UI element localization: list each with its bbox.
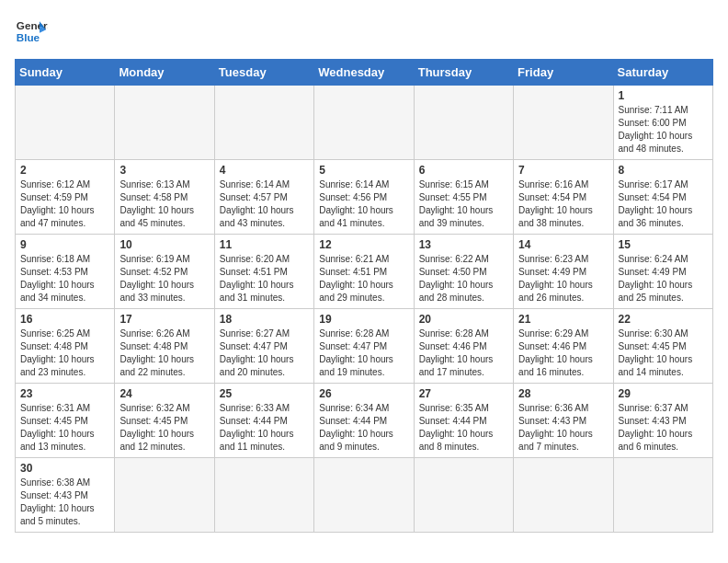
logo-icon: General Blue — [15, 15, 48, 48]
logo: General Blue — [15, 15, 48, 48]
day-number: 28 — [518, 387, 608, 400]
day-info: Sunrise: 6:35 AM Sunset: 4:44 PM Dayligh… — [419, 402, 508, 454]
day-number: 10 — [119, 238, 209, 251]
week-row-1: 2Sunrise: 6:12 AM Sunset: 4:59 PM Daylig… — [16, 160, 713, 235]
day-info: Sunrise: 6:13 AM Sunset: 4:58 PM Dayligh… — [119, 178, 209, 230]
calendar-cell: 28Sunrise: 6:36 AM Sunset: 4:43 PM Dayli… — [514, 384, 613, 458]
day-number: 27 — [419, 387, 508, 400]
weekday-header-saturday: Saturday — [613, 60, 712, 86]
day-info: Sunrise: 6:17 AM Sunset: 4:54 PM Dayligh… — [619, 178, 708, 230]
day-number: 9 — [20, 238, 109, 251]
calendar-cell — [115, 458, 214, 533]
day-info: Sunrise: 6:37 AM Sunset: 4:43 PM Dayligh… — [619, 402, 708, 454]
calendar-cell: 15Sunrise: 6:24 AM Sunset: 4:49 PM Dayli… — [613, 235, 712, 309]
day-info: Sunrise: 6:34 AM Sunset: 4:44 PM Dayligh… — [319, 402, 408, 454]
day-info: Sunrise: 6:23 AM Sunset: 4:49 PM Dayligh… — [518, 253, 608, 304]
calendar-cell: 20Sunrise: 6:28 AM Sunset: 4:46 PM Dayli… — [414, 309, 513, 384]
day-info: Sunrise: 6:22 AM Sunset: 4:50 PM Dayligh… — [419, 253, 508, 304]
week-row-3: 16Sunrise: 6:25 AM Sunset: 4:48 PM Dayli… — [16, 309, 713, 384]
day-info: Sunrise: 6:14 AM Sunset: 4:56 PM Dayligh… — [319, 178, 408, 230]
header: General Blue — [15, 15, 713, 48]
calendar: SundayMondayTuesdayWednesdayThursdayFrid… — [15, 59, 713, 533]
calendar-cell — [314, 458, 414, 533]
calendar-cell: 9Sunrise: 6:18 AM Sunset: 4:53 PM Daylig… — [16, 235, 115, 309]
day-number: 11 — [220, 238, 309, 251]
day-number: 21 — [518, 313, 608, 326]
calendar-cell: 27Sunrise: 6:35 AM Sunset: 4:44 PM Dayli… — [414, 384, 513, 458]
day-info: Sunrise: 6:26 AM Sunset: 4:48 PM Dayligh… — [119, 327, 209, 379]
day-info: Sunrise: 6:32 AM Sunset: 4:45 PM Dayligh… — [119, 402, 209, 454]
day-number: 12 — [319, 238, 408, 251]
calendar-cell: 7Sunrise: 6:16 AM Sunset: 4:54 PM Daylig… — [514, 160, 613, 235]
day-number: 17 — [119, 313, 209, 326]
day-info: Sunrise: 6:25 AM Sunset: 4:48 PM Dayligh… — [20, 327, 109, 379]
day-info: Sunrise: 6:15 AM Sunset: 4:55 PM Dayligh… — [419, 178, 508, 230]
calendar-cell: 21Sunrise: 6:29 AM Sunset: 4:46 PM Dayli… — [514, 309, 613, 384]
day-number: 1 — [619, 89, 708, 102]
day-number: 14 — [518, 238, 608, 251]
calendar-cell: 2Sunrise: 6:12 AM Sunset: 4:59 PM Daylig… — [16, 160, 115, 235]
week-row-0: 1Sunrise: 7:11 AM Sunset: 6:00 PM Daylig… — [16, 86, 713, 160]
calendar-cell: 23Sunrise: 6:31 AM Sunset: 4:45 PM Dayli… — [16, 384, 115, 458]
day-number: 19 — [319, 313, 408, 326]
day-info: Sunrise: 6:29 AM Sunset: 4:46 PM Dayligh… — [518, 327, 608, 379]
calendar-cell: 11Sunrise: 6:20 AM Sunset: 4:51 PM Dayli… — [214, 235, 313, 309]
calendar-cell: 8Sunrise: 6:17 AM Sunset: 4:54 PM Daylig… — [613, 160, 712, 235]
day-number: 4 — [220, 164, 309, 177]
day-info: Sunrise: 6:28 AM Sunset: 4:47 PM Dayligh… — [319, 327, 408, 379]
day-number: 18 — [220, 313, 309, 326]
calendar-cell: 29Sunrise: 6:37 AM Sunset: 4:43 PM Dayli… — [613, 384, 712, 458]
calendar-cell — [115, 86, 214, 160]
day-info: Sunrise: 6:36 AM Sunset: 4:43 PM Dayligh… — [518, 402, 608, 454]
day-number: 22 — [619, 313, 708, 326]
day-number: 7 — [518, 164, 608, 177]
calendar-cell: 18Sunrise: 6:27 AM Sunset: 4:47 PM Dayli… — [214, 309, 313, 384]
day-info: Sunrise: 7:11 AM Sunset: 6:00 PM Dayligh… — [619, 104, 708, 155]
calendar-cell: 26Sunrise: 6:34 AM Sunset: 4:44 PM Dayli… — [314, 384, 414, 458]
day-info: Sunrise: 6:33 AM Sunset: 4:44 PM Dayligh… — [220, 402, 309, 454]
calendar-cell — [314, 86, 414, 160]
calendar-cell — [613, 458, 712, 533]
calendar-cell — [214, 458, 313, 533]
day-number: 29 — [619, 387, 708, 400]
calendar-cell: 24Sunrise: 6:32 AM Sunset: 4:45 PM Dayli… — [115, 384, 214, 458]
calendar-cell: 12Sunrise: 6:21 AM Sunset: 4:51 PM Dayli… — [314, 235, 414, 309]
weekday-header-row: SundayMondayTuesdayWednesdayThursdayFrid… — [16, 60, 713, 86]
day-number: 8 — [619, 164, 708, 177]
calendar-cell: 19Sunrise: 6:28 AM Sunset: 4:47 PM Dayli… — [314, 309, 414, 384]
day-number: 15 — [619, 238, 708, 251]
day-info: Sunrise: 6:14 AM Sunset: 4:57 PM Dayligh… — [220, 178, 309, 230]
weekday-header-monday: Monday — [115, 60, 214, 86]
calendar-cell: 5Sunrise: 6:14 AM Sunset: 4:56 PM Daylig… — [314, 160, 414, 235]
calendar-cell — [16, 86, 115, 160]
day-number: 5 — [319, 164, 408, 177]
weekday-header-tuesday: Tuesday — [214, 60, 313, 86]
calendar-cell — [214, 86, 313, 160]
week-row-5: 30Sunrise: 6:38 AM Sunset: 4:43 PM Dayli… — [16, 458, 713, 533]
calendar-cell: 30Sunrise: 6:38 AM Sunset: 4:43 PM Dayli… — [16, 458, 115, 533]
weekday-header-wednesday: Wednesday — [314, 60, 414, 86]
day-info: Sunrise: 6:12 AM Sunset: 4:59 PM Dayligh… — [20, 178, 109, 230]
calendar-cell: 6Sunrise: 6:15 AM Sunset: 4:55 PM Daylig… — [414, 160, 513, 235]
calendar-cell: 3Sunrise: 6:13 AM Sunset: 4:58 PM Daylig… — [115, 160, 214, 235]
calendar-cell: 10Sunrise: 6:19 AM Sunset: 4:52 PM Dayli… — [115, 235, 214, 309]
weekday-header-sunday: Sunday — [16, 60, 115, 86]
day-info: Sunrise: 6:18 AM Sunset: 4:53 PM Dayligh… — [20, 253, 109, 304]
day-number: 30 — [20, 462, 109, 475]
day-number: 26 — [319, 387, 408, 400]
day-info: Sunrise: 6:30 AM Sunset: 4:45 PM Dayligh… — [619, 327, 708, 379]
calendar-cell: 1Sunrise: 7:11 AM Sunset: 6:00 PM Daylig… — [613, 86, 712, 160]
svg-text:Blue: Blue — [17, 31, 40, 43]
day-number: 6 — [419, 164, 508, 177]
calendar-cell: 14Sunrise: 6:23 AM Sunset: 4:49 PM Dayli… — [514, 235, 613, 309]
day-info: Sunrise: 6:24 AM Sunset: 4:49 PM Dayligh… — [619, 253, 708, 304]
week-row-4: 23Sunrise: 6:31 AM Sunset: 4:45 PM Dayli… — [16, 384, 713, 458]
day-number: 25 — [220, 387, 309, 400]
day-number: 3 — [119, 164, 209, 177]
calendar-cell: 22Sunrise: 6:30 AM Sunset: 4:45 PM Dayli… — [613, 309, 712, 384]
week-row-2: 9Sunrise: 6:18 AM Sunset: 4:53 PM Daylig… — [16, 235, 713, 309]
day-number: 2 — [20, 164, 109, 177]
day-info: Sunrise: 6:21 AM Sunset: 4:51 PM Dayligh… — [319, 253, 408, 304]
calendar-cell — [414, 458, 513, 533]
calendar-cell: 25Sunrise: 6:33 AM Sunset: 4:44 PM Dayli… — [214, 384, 313, 458]
